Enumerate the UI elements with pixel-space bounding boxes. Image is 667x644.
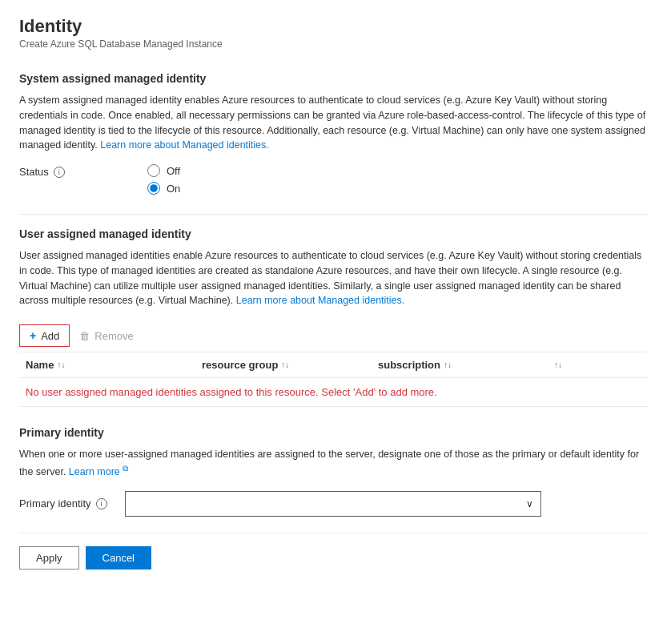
status-radio-group: Off On: [147, 164, 180, 195]
cancel-button[interactable]: Cancel: [86, 546, 151, 570]
remove-button-label: Remove: [94, 330, 133, 342]
table-empty-message: No user assigned managed identities assi…: [19, 378, 648, 407]
system-assigned-learn-more[interactable]: Learn more about Managed identities.: [100, 139, 269, 151]
primary-identity-description: When one or more user-assigned managed i…: [19, 447, 648, 480]
status-info-icon[interactable]: i: [54, 167, 65, 178]
footer-divider: [19, 533, 648, 533]
status-on-label: On: [167, 183, 180, 195]
extra-column-header: ↑↓: [548, 359, 580, 371]
footer-buttons: Apply Cancel: [19, 546, 648, 570]
subscription-column-header[interactable]: subscription ↑↓: [372, 359, 548, 371]
primary-identity-info-icon[interactable]: i: [96, 498, 107, 509]
primary-identity-learn-more[interactable]: Learn more ⧉: [69, 466, 128, 477]
system-assigned-description: A system assigned managed identity enabl…: [19, 93, 648, 153]
add-button-label: Add: [41, 330, 59, 342]
plus-icon: +: [30, 329, 36, 342]
primary-identity-heading: Primary identity: [19, 426, 648, 439]
user-assigned-learn-more[interactable]: Learn more about Managed identities.: [236, 295, 405, 306]
resource-group-sort-icon: ↑↓: [281, 360, 289, 369]
name-column-header[interactable]: Name ↑↓: [19, 359, 195, 371]
primary-identity-dropdown[interactable]: [125, 491, 541, 517]
table-header: Name ↑↓ resource group ↑↓ subscription ↑…: [19, 352, 648, 378]
page-subtitle: Create Azure SQL Database Managed Instan…: [19, 38, 648, 50]
name-sort-icon: ↑↓: [57, 360, 65, 369]
system-assigned-section: System assigned managed identity A syste…: [19, 72, 648, 195]
user-assigned-heading: User assigned managed identity: [19, 227, 648, 240]
user-assigned-toolbar: + Add 🗑 Remove: [19, 320, 648, 352]
status-label: Status i: [19, 164, 83, 178]
primary-identity-section: Primary identity When one or more user-a…: [19, 426, 648, 517]
remove-button[interactable]: 🗑 Remove: [70, 326, 143, 346]
status-on-radio[interactable]: [147, 182, 160, 195]
user-assigned-description: User assigned managed identities enable …: [19, 248, 648, 308]
system-assigned-heading: System assigned managed identity: [19, 72, 648, 85]
apply-button[interactable]: Apply: [19, 546, 79, 570]
trash-icon: 🗑: [79, 330, 90, 342]
status-off-option[interactable]: Off: [147, 164, 180, 177]
primary-identity-label: Primary identity i: [19, 497, 115, 509]
add-button[interactable]: + Add: [19, 324, 70, 347]
extra-sort-icon: ↑↓: [554, 360, 562, 369]
page-title: Identity: [19, 16, 648, 37]
user-assigned-section: User assigned managed identity User assi…: [19, 227, 648, 407]
status-row: Status i Off On: [19, 164, 648, 195]
section-divider-1: [19, 214, 648, 215]
status-off-radio[interactable]: [147, 164, 160, 177]
status-off-label: Off: [167, 165, 180, 177]
primary-identity-row: Primary identity i ∨: [19, 491, 648, 517]
status-on-option[interactable]: On: [147, 182, 180, 195]
external-link-icon: ⧉: [123, 464, 128, 473]
subscription-sort-icon: ↑↓: [444, 360, 452, 369]
primary-identity-dropdown-wrapper: ∨: [125, 491, 541, 517]
user-assigned-table: Name ↑↓ resource group ↑↓ subscription ↑…: [19, 352, 648, 407]
resource-group-column-header[interactable]: resource group ↑↓: [195, 359, 372, 371]
